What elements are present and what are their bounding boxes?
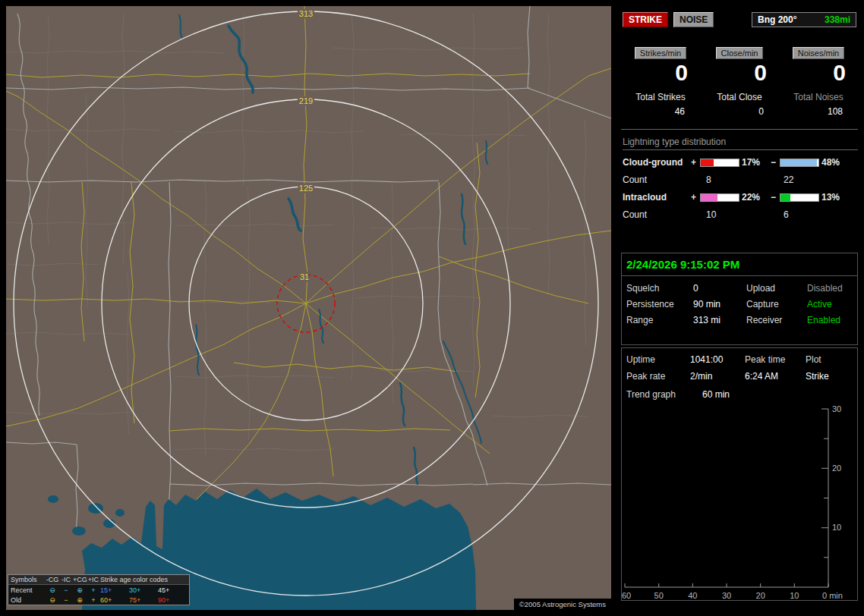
intracloud-pos-bar xyxy=(700,193,739,202)
x-tick-10: 10 xyxy=(790,591,799,600)
squelch-label: Squelch xyxy=(626,283,693,294)
noises-per-min-label: Noises/min xyxy=(793,47,844,59)
counters-section: STRIKE NOISE Bng 200° 338mi Strikes/min … xyxy=(621,8,858,220)
minus-icon: − xyxy=(769,192,777,203)
x-tick-60: 60 xyxy=(622,591,631,600)
total-close-value: 0 xyxy=(700,106,779,117)
uptime-label: Uptime xyxy=(626,354,690,365)
receiver-status: Enabled xyxy=(807,315,853,325)
x-tick-50: 50 xyxy=(654,591,664,600)
y-tick-30: 30 xyxy=(832,404,841,413)
capture-label: Capture xyxy=(746,299,807,310)
persistence-value: 90 min xyxy=(693,299,746,310)
cloud-ground-row: Cloud-ground + 17% − 48% xyxy=(621,157,858,168)
legend-col-pos-ic: +IC xyxy=(87,576,100,583)
cloud-ground-pos-count: 8 xyxy=(698,174,777,185)
upload-status: Disabled xyxy=(807,283,853,294)
plot-value: Strike xyxy=(806,371,853,382)
range-label-313: 313 xyxy=(299,9,313,18)
mode-toggle-row: STRIKE NOISE Bng 200° 338mi xyxy=(623,12,856,27)
upload-label: Upload xyxy=(746,283,807,294)
total-noises-label: Total Noises xyxy=(779,92,858,102)
peak-rate-value: 2/min xyxy=(690,371,745,382)
status-grid: Squelch 0 Upload Disabled Persistence 90… xyxy=(622,276,857,332)
legend-col-pos-cg: +CG xyxy=(73,576,87,583)
circle-minus-icon: ⊖ xyxy=(46,596,59,604)
intracloud-neg-pct: 13% xyxy=(821,192,849,203)
strike-mode-button[interactable]: STRIKE xyxy=(623,12,668,27)
legend-recent-label: Recent xyxy=(11,586,46,594)
age-90-label: 90+ xyxy=(158,596,187,604)
x-tick-40: 40 xyxy=(688,591,697,600)
cloud-ground-neg-bar xyxy=(780,159,819,167)
intracloud-row: Intracloud + 22% − 13% xyxy=(621,192,858,203)
x-tick-30: 30 xyxy=(722,591,731,600)
peak-rate-label: Peak rate xyxy=(626,371,690,382)
intracloud-neg-bar xyxy=(780,193,819,202)
age-75-label: 75+ xyxy=(129,596,158,604)
total-strikes-label: Total Strikes xyxy=(621,92,700,102)
map-canvas: 313 219 125 31 xyxy=(6,6,611,610)
intracloud-pos-count: 10 xyxy=(698,209,777,220)
age-30-label: 30+ xyxy=(129,586,158,594)
circle-minus-icon: ⊖ xyxy=(46,586,59,594)
y-tick-20: 20 xyxy=(832,464,841,473)
legend-recent-row: Recent ⊖ − ⊕ + 15+ 30+ 45+ xyxy=(8,585,189,595)
bearing-readout: Bng 200° 338mi xyxy=(752,12,856,27)
statistics-section: Uptime 1041:00 Peak time Plot Peak rate … xyxy=(621,347,858,601)
legend-header-row: Symbols -CG -IC +CG +IC Strike age color… xyxy=(8,575,189,585)
x-tick-0-min: 0 min xyxy=(822,591,843,600)
intracloud-count-row: Count 10 6 xyxy=(621,209,858,220)
age-15-label: 15+ xyxy=(100,586,129,594)
copyright-notice: ©2005 Astrogenic Systems xyxy=(514,599,611,610)
count-label: Count xyxy=(623,174,698,185)
cloud-ground-neg-pct: 48% xyxy=(821,157,849,168)
cloud-ground-pos-pct: 17% xyxy=(742,157,769,168)
legend-old-row: Old ⊖ − ⊕ + 60+ 75+ 90+ xyxy=(8,595,189,605)
total-values-row: 46 0 108 xyxy=(621,106,858,117)
age-45-label: 45+ xyxy=(158,586,187,594)
legend-col-neg-ic: -IC xyxy=(59,576,73,583)
rate-values-row: 0 0 0 xyxy=(621,60,858,86)
distribution-title: Lightning type distribution xyxy=(623,137,858,150)
uptime-value: 1041:00 xyxy=(690,354,745,365)
current-datetime: 2/24/2026 9:15:02 PM xyxy=(622,253,857,276)
total-labels-row: Total Strikes Total Close Total Noises xyxy=(621,92,858,102)
range-value: 313 mi xyxy=(693,315,746,325)
receiver-label: Receiver xyxy=(746,315,807,325)
plus-icon: + xyxy=(689,157,698,168)
close-per-min-value: 0 xyxy=(700,60,779,86)
total-noises-value: 108 xyxy=(779,106,858,117)
plot-label: Plot xyxy=(806,354,853,365)
squelch-value: 0 xyxy=(693,283,746,294)
intracloud-pos-pct: 22% xyxy=(742,192,769,203)
intracloud-label: Intracloud xyxy=(623,192,689,203)
total-close-label: Total Close xyxy=(700,92,779,102)
range-label-219: 219 xyxy=(299,96,313,105)
range-label: Range xyxy=(626,315,693,325)
peak-time-label: Peak time xyxy=(745,354,806,365)
minus-icon: − xyxy=(59,596,73,604)
strikes-per-min-label: Strikes/min xyxy=(635,47,686,59)
range-label-31: 31 xyxy=(300,272,309,281)
receiver-status-section: 2/24/2026 9:15:02 PM Squelch 0 Upload Di… xyxy=(621,253,858,345)
intracloud-neg-count: 6 xyxy=(777,209,789,220)
minus-icon: − xyxy=(59,586,73,594)
bearing-label: Bng 200° xyxy=(758,14,796,25)
plus-icon: + xyxy=(87,586,100,594)
cloud-ground-label: Cloud-ground xyxy=(623,157,689,168)
cloud-ground-pos-bar xyxy=(700,159,739,167)
lightning-map[interactable]: 313 219 125 31 Symbols -CG -IC +CG +IC S… xyxy=(6,6,611,610)
x-tick-20: 20 xyxy=(756,591,765,600)
count-label: Count xyxy=(623,209,698,220)
strikes-per-min-value: 0 xyxy=(621,60,700,86)
persistence-label: Persistence xyxy=(626,299,693,310)
legend-age-header: Strike age color codes xyxy=(100,576,187,583)
y-tick-10: 10 xyxy=(832,523,841,532)
noise-mode-button[interactable]: NOISE xyxy=(673,12,714,27)
plus-icon: + xyxy=(87,596,100,604)
legend-old-label: Old xyxy=(11,596,46,604)
rate-labels-row: Strikes/min Close/min Noises/min xyxy=(621,47,858,59)
range-label-125: 125 xyxy=(299,184,313,193)
peak-time-value: 6:24 AM xyxy=(745,371,806,382)
